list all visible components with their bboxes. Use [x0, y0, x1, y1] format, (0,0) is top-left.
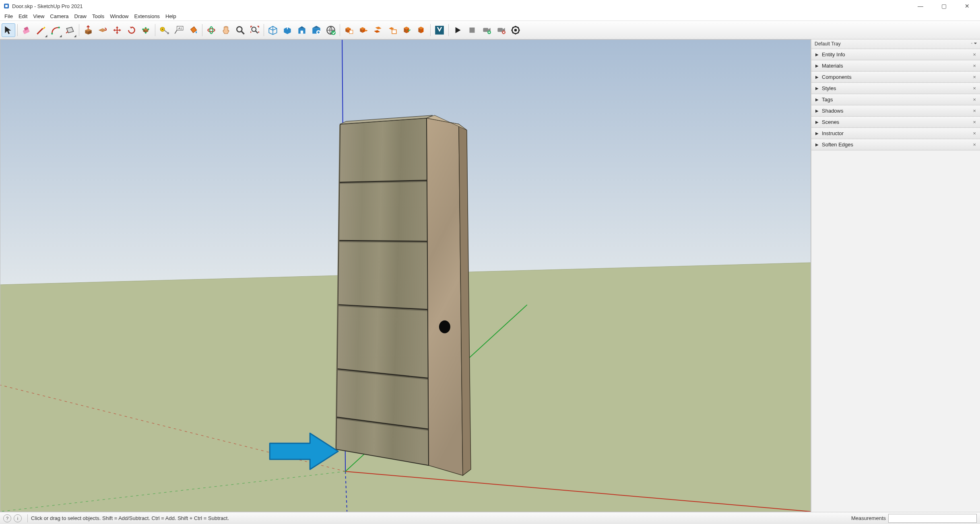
extension-manager-button[interactable] [309, 23, 323, 37]
panel-styles[interactable]: ▶Styles× [811, 83, 980, 94]
panel-shadows[interactable]: ▶Shadows× [811, 105, 980, 117]
play-animation-button[interactable] [451, 23, 464, 37]
svg-rect-25 [349, 30, 353, 34]
menu-help[interactable]: Help [163, 12, 179, 20]
pan-tool-button[interactable] [219, 23, 233, 37]
solid-tool-4-button[interactable] [386, 23, 399, 37]
panel-close-icon[interactable]: × [973, 108, 976, 114]
panel-entity-info[interactable]: ▶Entity Info× [811, 49, 980, 60]
chevron-right-icon: ▶ [815, 52, 819, 57]
zoom-extents-tool-button[interactable] [248, 23, 262, 37]
panel-soften-edges[interactable]: ▶Soften Edges× [811, 139, 980, 150]
svg-point-24 [331, 31, 336, 35]
panel-materials[interactable]: ▶Materials× [811, 60, 980, 72]
close-window-button[interactable]: ✕ [961, 3, 973, 9]
minimize-button[interactable]: — [915, 3, 926, 9]
chevron-right-icon: ▶ [815, 64, 819, 68]
3d-warehouse-button[interactable] [266, 23, 280, 37]
menu-tools[interactable]: Tools [89, 12, 107, 20]
rectangle-tool-button[interactable] [63, 23, 77, 37]
eraser-tool-button[interactable] [20, 23, 33, 37]
model-info-button[interactable] [509, 23, 522, 37]
line-tool-button[interactable] [34, 23, 48, 37]
arc-tool-button[interactable] [49, 23, 62, 37]
maximize-button[interactable]: ▢ [938, 3, 949, 9]
svg-point-15 [208, 29, 215, 32]
help-icon[interactable]: ? [3, 514, 11, 522]
text-label-tool-button[interactable]: A1 [172, 23, 186, 37]
panel-close-icon[interactable]: × [973, 97, 976, 103]
menu-view[interactable]: View [30, 12, 47, 20]
svg-text:A1: A1 [178, 26, 182, 30]
solid-tool-5-button[interactable] [400, 23, 414, 37]
toolbar-separator [202, 24, 202, 36]
tray-title-bar[interactable]: Default Tray ▫ ⏷ [811, 39, 980, 49]
toolbar-separator [17, 24, 18, 36]
panel-label: Components [822, 74, 852, 80]
move-tool-button[interactable] [110, 23, 124, 37]
zoom-tool-button[interactable] [233, 23, 247, 37]
tray-pin-icon[interactable]: ▫ ⏷ [971, 41, 978, 45]
toolbar-separator [340, 24, 340, 36]
panel-close-icon[interactable]: × [973, 63, 976, 69]
window-title: Door.skp - SketchUp Pro 2021 [12, 3, 83, 9]
remove-scene-button[interactable] [494, 23, 508, 37]
menu-draw[interactable]: Draw [72, 12, 89, 20]
menu-edit[interactable]: Edit [16, 12, 30, 20]
panel-label: Instructor [822, 130, 844, 136]
panel-close-icon[interactable]: × [973, 119, 976, 125]
viewport-3d[interactable] [0, 39, 811, 512]
scale-tool-button[interactable] [139, 23, 153, 37]
svg-rect-12 [167, 32, 169, 34]
status-bar: ? i Click or drag to select objects. Shi… [0, 512, 980, 524]
menu-camera[interactable]: Camera [47, 12, 71, 20]
svg-point-7 [147, 28, 149, 30]
panel-tags[interactable]: ▶Tags× [811, 94, 980, 105]
chevron-right-icon: ▶ [815, 131, 819, 136]
stop-animation-button[interactable] [465, 23, 479, 37]
svg-point-34 [514, 29, 517, 31]
paint-bucket-tool-button[interactable] [186, 23, 200, 37]
measurements-label: Measurements [851, 515, 886, 521]
measurements-input[interactable] [888, 514, 977, 523]
solid-tool-3-button[interactable] [371, 23, 385, 37]
svg-point-11 [162, 29, 163, 30]
orbit-tool-button[interactable] [204, 23, 218, 37]
add-location-button[interactable] [324, 23, 338, 37]
panel-close-icon[interactable]: × [973, 85, 976, 91]
tape-measure-tool-button[interactable] [157, 23, 171, 37]
extension-warehouse-button[interactable] [295, 23, 309, 37]
panel-scenes[interactable]: ▶Scenes× [811, 117, 980, 128]
panel-label: Tags [822, 97, 833, 103]
title-bar: Door.skp - SketchUp Pro 2021 — ▢ ✕ [0, 0, 980, 12]
panel-label: Entity Info [822, 51, 845, 58]
add-scene-button[interactable] [480, 23, 493, 37]
solid-tool-2-button[interactable] [357, 23, 370, 37]
panel-close-icon[interactable]: × [973, 51, 976, 58]
solid-tool-6-button[interactable] [415, 23, 428, 37]
svg-point-8 [145, 32, 146, 33]
panel-close-icon[interactable]: × [973, 74, 976, 80]
panel-instructor[interactable]: ▶Instructor× [811, 128, 980, 139]
panel-label: Shadows [822, 108, 843, 114]
toolbar-separator [155, 24, 155, 36]
svg-point-6 [142, 28, 144, 30]
svg-rect-26 [392, 29, 396, 33]
panel-close-icon[interactable]: × [973, 142, 976, 148]
menu-window[interactable]: Window [107, 12, 131, 20]
solid-tool-1-button[interactable] [342, 23, 356, 37]
push-pull-tool-button[interactable] [81, 23, 95, 37]
warehouse-share-button[interactable] [281, 23, 294, 37]
panel-close-icon[interactable]: × [973, 130, 976, 136]
svg-rect-31 [497, 28, 503, 32]
vray-tool-button[interactable] [433, 23, 446, 37]
main-toolbar: A1 [0, 21, 980, 39]
menu-file[interactable]: File [2, 12, 16, 20]
menu-extensions[interactable]: Extensions [132, 12, 163, 20]
status-hint-text: Click or drag to select objects. Shift =… [31, 515, 229, 521]
rotate-tool-button[interactable] [125, 23, 138, 37]
panel-components[interactable]: ▶Components× [811, 72, 980, 83]
info-icon[interactable]: i [14, 514, 22, 522]
select-tool-button[interactable] [2, 23, 15, 37]
offset-tool-button[interactable] [96, 23, 109, 37]
